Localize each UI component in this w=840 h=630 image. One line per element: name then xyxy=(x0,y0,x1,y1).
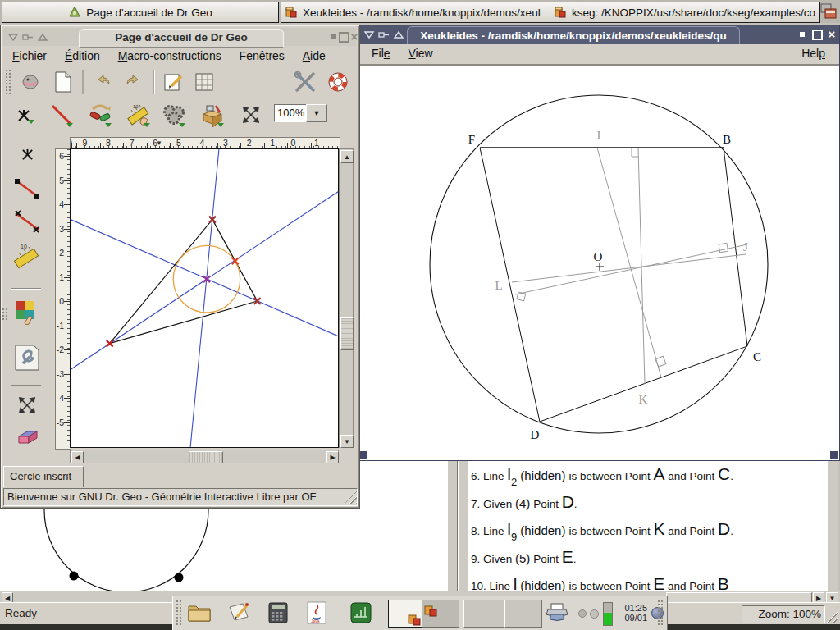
side-delete-tool[interactable] xyxy=(11,427,43,452)
menu-fenetres[interactable]: Fenêtres xyxy=(232,47,292,66)
ruler-label: 3 xyxy=(55,224,64,234)
minimize-button[interactable] xyxy=(327,31,339,43)
menu-help[interactable]: Help xyxy=(794,44,833,63)
scroll-down-arrow-icon[interactable]: ▼ xyxy=(340,435,354,448)
clock-time: 01:25 xyxy=(616,603,647,613)
kseg-resize-grip[interactable] xyxy=(825,606,838,623)
calculator-launcher[interactable] xyxy=(265,601,291,624)
zoom-dropdown-button[interactable]: ▼ xyxy=(306,104,327,122)
ruler-label: 0 xyxy=(290,138,295,148)
pin-window-icon[interactable] xyxy=(22,32,34,43)
menu-macro-constructions[interactable]: Macro-constructions xyxy=(111,47,229,66)
menu-view[interactable]: View xyxy=(400,44,440,63)
line-tool-button[interactable] xyxy=(48,102,75,128)
menu-fichier[interactable]: Fichier xyxy=(5,47,54,66)
applet-dot[interactable] xyxy=(578,609,587,618)
v-scroll-thumb[interactable] xyxy=(340,317,354,350)
measure-tool-button[interactable]: 10 xyxy=(126,102,152,128)
edit-source-button[interactable] xyxy=(161,71,185,94)
kseg-right-scrollbar[interactable] xyxy=(827,458,838,591)
clock-applet[interactable]: 01:25 09/01 xyxy=(616,603,647,623)
editor-launcher[interactable] xyxy=(226,601,252,624)
drgeo-h-scrollbar[interactable]: ◀ ▶ xyxy=(70,450,339,463)
side-toolbar-handle[interactable] xyxy=(2,308,7,322)
menu-aide[interactable]: Aide xyxy=(295,47,333,66)
scroll-left-arrow-icon[interactable]: ◀ xyxy=(71,451,84,463)
desktop-pager[interactable] xyxy=(388,600,459,628)
toolbar-handle[interactable] xyxy=(5,69,11,95)
drgeo-canvas[interactable] xyxy=(70,148,339,448)
open-button[interactable] xyxy=(18,71,43,94)
drgeo-titlebar[interactable]: Page d'accueil de Dr Geo × xyxy=(3,28,356,46)
xeukleides-figure[interactable]: F B O D C I L J K xyxy=(360,66,838,452)
macro-tool-button[interactable] xyxy=(161,102,187,128)
shade-window-icon[interactable] xyxy=(363,30,375,40)
undo-button[interactable] xyxy=(90,71,115,94)
drgeo-resize-grip[interactable] xyxy=(345,491,357,504)
drgeo-v-scrollbar[interactable]: ▲ ▼ xyxy=(339,148,354,448)
redo-button[interactable] xyxy=(121,71,146,94)
edit-page-icon xyxy=(163,72,183,92)
side-segment-tool[interactable] xyxy=(11,175,43,203)
rollup-window-icon[interactable] xyxy=(393,30,404,40)
java-launcher[interactable]: Java xyxy=(304,601,329,624)
kseg-left-scrollbar[interactable] xyxy=(447,458,458,591)
panel-handle-right[interactable] xyxy=(657,600,664,626)
toolbox-button[interactable] xyxy=(199,102,226,128)
printer-applet[interactable] xyxy=(544,601,570,624)
task-button[interactable] xyxy=(463,600,504,628)
xeukleides-titlebar[interactable]: Xeukleides - /ramdisk/home/knoppix/demos… xyxy=(359,25,839,44)
move-arrows-icon xyxy=(240,103,262,126)
task-button[interactable] xyxy=(504,600,542,628)
zoom-value-box[interactable]: 100% xyxy=(274,104,307,122)
shaded-window-tab-kseg[interactable]: kseg: /KNOPPIX/usr/share/doc/kseg/exampl… xyxy=(550,2,820,23)
menu-file[interactable]: File xyxy=(364,44,398,63)
clock-date: 09/01 xyxy=(616,613,647,623)
drgeo-toolbar-main xyxy=(3,66,356,98)
pin-window-icon[interactable] xyxy=(378,30,390,40)
close-button[interactable]: × xyxy=(349,30,360,42)
side-line-tool[interactable] xyxy=(11,208,43,235)
window-list-icon[interactable] xyxy=(819,2,838,21)
shade-window-icon[interactable] xyxy=(7,32,19,43)
pager-desktop-1[interactable] xyxy=(388,600,422,628)
point-label-C: C xyxy=(753,350,761,363)
vertex-point[interactable] xyxy=(107,340,113,347)
new-document-button[interactable] xyxy=(51,71,75,94)
drgeo-status-bar: Bienvenue sur GNU Dr. Geo - Géométrie In… xyxy=(3,488,358,506)
side-move-tool[interactable] xyxy=(11,391,43,419)
maximize-button[interactable] xyxy=(811,29,823,40)
shaded-window-tab-drgeo[interactable]: Page d'accueil de Dr Geo xyxy=(2,2,279,23)
point-tool-button[interactable] xyxy=(13,105,34,126)
transformation-tool-button[interactable] xyxy=(87,102,113,128)
side-measure-tool[interactable]: 10 xyxy=(11,242,43,270)
close-button[interactable]: × xyxy=(826,28,838,39)
applet-dot[interactable] xyxy=(590,609,599,619)
ruler-label: -4 xyxy=(197,138,204,148)
vertex-point[interactable] xyxy=(254,298,261,304)
preferences-button[interactable] xyxy=(292,69,318,95)
green-app-launcher[interactable] xyxy=(349,601,373,624)
side-property-tool[interactable] xyxy=(11,342,43,373)
shaded-window-tab-xeukleides[interactable]: Xeukleides - /ramdisk/home/knoppix/demos… xyxy=(281,2,551,23)
drgeo-toolbar-tools: 10 100% ▼ xyxy=(3,98,356,132)
scroll-right-arrow-icon[interactable]: ▶ xyxy=(326,451,339,463)
pager-desktop-2[interactable] xyxy=(422,600,459,628)
file-manager-launcher[interactable] xyxy=(186,601,212,624)
rollup-window-icon[interactable] xyxy=(37,32,48,43)
help-button[interactable] xyxy=(325,69,351,95)
h-scroll-thumb[interactable] xyxy=(189,451,223,463)
load-meter-fill xyxy=(604,613,612,625)
drgeo-doc-tab[interactable]: Cercle inscrit xyxy=(3,466,84,487)
svg-text:10: 10 xyxy=(133,104,139,109)
menu-edition[interactable]: Édition xyxy=(57,47,107,66)
scroll-up-arrow-icon[interactable]: ▲ xyxy=(340,150,354,163)
maximize-button[interactable] xyxy=(338,31,349,43)
side-point-tool[interactable] xyxy=(18,145,36,163)
minimize-button[interactable] xyxy=(797,29,808,40)
panel-handle-left[interactable] xyxy=(176,600,183,626)
new-document-icon xyxy=(54,71,72,93)
move-tool-button[interactable] xyxy=(238,102,264,128)
grid-button[interactable] xyxy=(192,71,217,94)
side-style-tool[interactable] xyxy=(11,296,43,327)
